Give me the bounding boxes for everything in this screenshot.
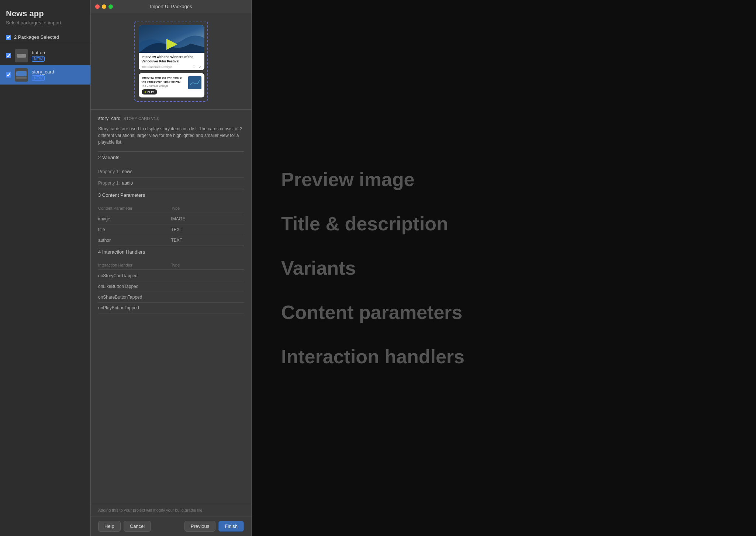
svg-rect-6: [188, 76, 201, 89]
close-button[interactable]: [95, 4, 100, 9]
handler-like: onLikeButtonTapped: [98, 281, 244, 292]
param-name-title: title: [98, 227, 171, 232]
info-package-name: story_card: [98, 116, 121, 121]
variant-value-1: news: [122, 169, 132, 174]
svg-rect-0: [17, 54, 26, 58]
variant-value-2: audio: [122, 181, 133, 186]
right-panel-interaction-handlers: Interaction handlers: [281, 346, 726, 368]
svg-rect-3: [16, 77, 27, 79]
right-buttons: Previous Finish: [184, 521, 244, 532]
variants-section-header: 2 Variants: [98, 151, 244, 163]
like-icon[interactable]: ♡: [193, 65, 196, 69]
interaction-handlers-table-header: Interaction Handler Type: [98, 261, 244, 270]
footer-note: Adding this to your project will modify …: [91, 504, 251, 516]
svg-rect-2: [16, 71, 27, 76]
variant-item-audio: Property 1: audio: [98, 178, 244, 189]
handler-share: onShareButtonTapped: [98, 292, 244, 303]
info-description: Story cards are used to display story it…: [98, 126, 244, 145]
app-subtitle: Select packages to import: [0, 20, 90, 31]
right-panel-content-params: Content parameters: [281, 301, 726, 323]
dialog-title: Import UI Packages: [150, 4, 192, 9]
select-all-label: 2 Packages Selected: [14, 34, 59, 40]
info-header: story_card STORY CARD V1.0: [98, 116, 244, 121]
param-name-image: image: [98, 216, 171, 221]
interaction-handlers-section-header: 4 Interaction Handlers: [98, 246, 244, 258]
right-panel: Preview image Title & description Varian…: [252, 0, 756, 536]
share-icon[interactable]: ⤢: [199, 65, 201, 69]
minimize-button[interactable]: [102, 4, 106, 9]
param-type-image: IMAGE: [171, 216, 244, 221]
help-button[interactable]: Help: [98, 521, 121, 532]
variant-label-2: Property 1:: [98, 181, 120, 186]
variant-item-news: Property 1: news: [98, 166, 244, 178]
audio-card-title: Interview with the Winners of the Vancou…: [142, 76, 185, 84]
preview-card-container: Interview with the Winners of the Vancou…: [134, 21, 208, 102]
variant-label-1: Property 1:: [98, 169, 120, 174]
sidebar: News app Select packages to import 2 Pac…: [0, 0, 90, 536]
package-item-button[interactable]: button NEW: [0, 46, 90, 65]
finish-button[interactable]: Finish: [218, 521, 244, 532]
play-button[interactable]: ▶ PLAY: [142, 89, 157, 95]
right-panel-variants: Variants: [281, 257, 726, 279]
handler-name-play: onPlayButtonTapped: [98, 305, 171, 310]
audio-card-info: Interview with the Winners of the Vancou…: [142, 76, 185, 95]
handler-type-play: [171, 305, 244, 310]
handler-name-story-card: onStoryCardTapped: [98, 273, 171, 278]
right-panel-title-desc: Title & description: [281, 213, 726, 235]
param-type-title: TEXT: [171, 227, 244, 232]
button-info: button NEW: [32, 50, 45, 62]
content-param-col-header: Content Parameter: [98, 206, 171, 210]
story-card-actions: ♡ ⤢: [193, 65, 201, 69]
svg-rect-1: [17, 55, 22, 55]
maximize-button[interactable]: [108, 4, 113, 9]
dialog-buttons: Help Cancel Previous Finish: [91, 516, 251, 536]
select-all-row[interactable]: 2 Packages Selected: [0, 31, 90, 43]
play-icon: ▶: [145, 90, 146, 93]
story-card-audio-variant: Interview with the Winners of the Vancou…: [139, 73, 204, 97]
news-card-source: The Cinematic Lifestyle ♡ ⤢: [142, 65, 201, 69]
story-card-info: story_card NEW: [32, 69, 54, 81]
button-icon: [15, 49, 28, 62]
audio-card-thumbnail: [188, 76, 201, 89]
titlebar: Import UI Packages: [91, 0, 251, 13]
app-title: News app: [0, 6, 90, 20]
left-buttons: Help Cancel: [98, 521, 151, 532]
content-param-title: title TEXT: [98, 224, 244, 235]
handler-type-story-card: [171, 273, 244, 278]
story-card-news-body: Interview with the Winners of the Vancou…: [139, 53, 204, 70]
package-item-story-card[interactable]: story_card NEW: [0, 65, 90, 85]
handler-type-col-header: Type: [171, 263, 244, 267]
story-card-name: story_card: [32, 69, 54, 75]
story-card-news-variant: Interview with the Winners of the Vancou…: [139, 25, 204, 70]
audio-card-source: The Cinematic Lifestyle: [142, 85, 185, 87]
handler-play: onPlayButtonTapped: [98, 303, 244, 313]
previous-button[interactable]: Previous: [184, 521, 216, 532]
handler-type-like: [171, 284, 244, 289]
content-params-table-header: Content Parameter Type: [98, 204, 244, 213]
story-card-icon: [15, 68, 28, 82]
story-card-badge: NEW: [32, 75, 45, 81]
handler-story-card: onStoryCardTapped: [98, 271, 244, 281]
button-badge: NEW: [32, 56, 45, 62]
info-version: STORY CARD V1.0: [124, 116, 159, 121]
content-param-image: image IMAGE: [98, 214, 244, 224]
story-card-image: [139, 25, 204, 53]
button-checkbox[interactable]: [6, 53, 11, 58]
handler-name-like: onLikeButtonTapped: [98, 284, 171, 289]
handler-col-header: Interaction Handler: [98, 263, 171, 267]
right-panel-preview: Preview image: [281, 168, 726, 190]
select-all-checkbox[interactable]: [6, 35, 11, 40]
content-type-col-header: Type: [171, 206, 244, 210]
handler-name-share: onShareButtonTapped: [98, 295, 171, 300]
button-name: button: [32, 50, 45, 55]
param-type-author: TEXT: [171, 238, 244, 243]
param-name-author: author: [98, 238, 171, 243]
cancel-button[interactable]: Cancel: [124, 521, 151, 532]
story-card-checkbox[interactable]: [6, 72, 11, 78]
preview-area: Interview with the Winners of the Vancou…: [91, 13, 251, 110]
news-card-title: Interview with the Winners of the Vancou…: [142, 55, 201, 63]
content-param-author: author TEXT: [98, 235, 244, 246]
traffic-lights: [95, 4, 113, 9]
info-area: story_card STORY CARD V1.0 Story cards a…: [91, 110, 251, 504]
import-dialog: Import UI Packages: [90, 0, 252, 536]
